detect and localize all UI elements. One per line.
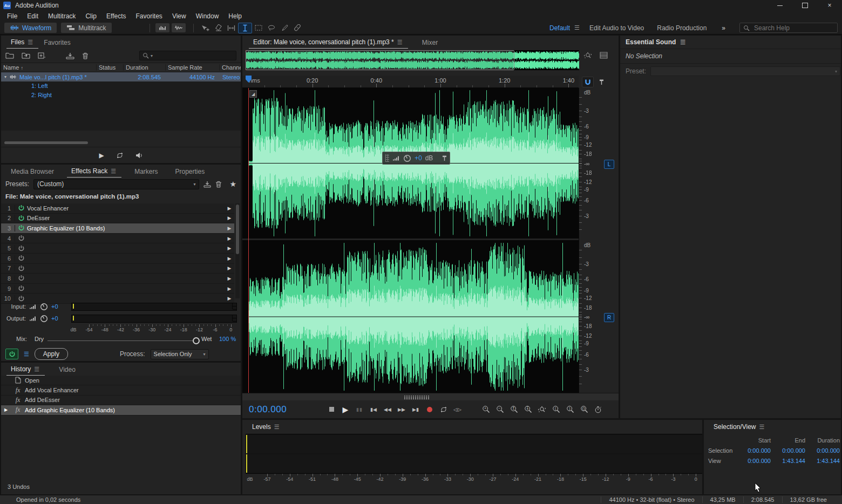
- slot-arrow-icon[interactable]: ▶: [225, 276, 234, 281]
- zoom-out-horizontal-button[interactable]: ↧: [521, 404, 535, 415]
- multitrack-mode-button[interactable]: Multitrack: [61, 23, 111, 33]
- preview-loop-button[interactable]: [116, 152, 124, 159]
- ibeam-tool-button[interactable]: [238, 23, 252, 33]
- essential-sound-preset-dropdown[interactable]: ▾: [650, 66, 840, 76]
- output-gain-knob[interactable]: [40, 315, 48, 323]
- menu-window[interactable]: Window: [191, 11, 224, 22]
- preset-dropdown[interactable]: (Custom) ▾: [33, 179, 199, 189]
- slot-power-icon[interactable]: [15, 215, 27, 222]
- open-file-icon[interactable]: [5, 52, 14, 59]
- editor-resize-bar[interactable]: [242, 393, 619, 401]
- slot-arrow-icon[interactable]: ▶: [225, 215, 234, 221]
- slot-power-icon[interactable]: [15, 224, 27, 231]
- slip-tool-button[interactable]: [212, 23, 225, 33]
- slot-arrow-icon[interactable]: ▶: [225, 286, 234, 291]
- levels-panel-menu-icon[interactable]: ☰: [274, 424, 281, 430]
- column-header-status[interactable]: Status: [96, 64, 123, 71]
- menu-favorites[interactable]: Favorites: [131, 11, 167, 22]
- playhead-handle[interactable]: [246, 76, 252, 83]
- slot-arrow-icon[interactable]: ▶: [225, 226, 234, 231]
- tab-effects-rack[interactable]: Effects Rack☰: [67, 167, 121, 178]
- effect-slot-9[interactable]: 9▶: [1, 284, 234, 294]
- preview-play-button[interactable]: ▶: [99, 152, 104, 159]
- zoom-in-horizontal-button[interactable]: ↥: [507, 404, 521, 415]
- mix-slider-handle[interactable]: [193, 337, 200, 344]
- history-item[interactable]: fxAdd Vocal Enhancer: [1, 385, 241, 395]
- menu-edit[interactable]: Edit: [22, 11, 43, 22]
- rack-route-icon[interactable]: ☰: [24, 351, 29, 357]
- hud-gain-value[interactable]: +0: [415, 154, 422, 162]
- skip-selection-button[interactable]: ◁▷: [451, 404, 465, 415]
- workspace-item[interactable]: Edit Audio to Video: [583, 24, 650, 32]
- pause-button[interactable]: ▮▮: [352, 404, 366, 415]
- effect-slot-5[interactable]: 5▶: [1, 243, 234, 254]
- maximize-button[interactable]: [792, 0, 817, 11]
- effect-slot-3[interactable]: 3Graphic Equalizer (10 Bands)▶: [1, 223, 234, 234]
- snap-toggle-button[interactable]: [582, 77, 594, 87]
- tab-markers[interactable]: Markers: [130, 168, 162, 178]
- import-file-icon[interactable]: [22, 52, 30, 59]
- minimize-button[interactable]: [768, 0, 792, 11]
- tab-video[interactable]: Video: [55, 366, 79, 376]
- record-button[interactable]: [423, 404, 437, 415]
- mix-wet-value[interactable]: 100 %: [219, 336, 236, 342]
- zoom-navigator[interactable]: [246, 50, 579, 70]
- effect-slot-4[interactable]: 4▶: [1, 234, 234, 244]
- menu-multitrack[interactable]: Multitrack: [43, 11, 80, 22]
- effect-slot-2[interactable]: 2DeEsser▶: [1, 214, 234, 224]
- effect-slot-8[interactable]: 8▶: [1, 274, 234, 284]
- waveform-display-button[interactable]: [172, 23, 186, 32]
- delete-preset-icon[interactable]: [215, 181, 222, 188]
- workspace-item[interactable]: Radio Production: [650, 24, 713, 32]
- insert-into-multitrack-icon[interactable]: [66, 52, 74, 59]
- effect-slot-6[interactable]: 6▶: [1, 254, 234, 264]
- fast-forward-button[interactable]: ▶▶: [395, 404, 409, 415]
- tab-favorites[interactable]: Favorites: [39, 39, 74, 49]
- transport-time-display[interactable]: 0:00.000: [242, 404, 324, 415]
- grip-handle[interactable]: [404, 396, 429, 399]
- rack-scrollbar[interactable]: [235, 203, 240, 298]
- lasso-tool-button[interactable]: [265, 23, 278, 33]
- gain-hud[interactable]: +0 dB: [382, 152, 450, 165]
- tab-media-browser[interactable]: Media Browser: [6, 168, 58, 178]
- rack-panel-menu-icon[interactable]: ☰: [111, 168, 117, 174]
- channel-divider[interactable]: [242, 239, 579, 240]
- slot-arrow-icon[interactable]: ▶: [225, 246, 234, 251]
- menu-help[interactable]: Help: [223, 11, 247, 22]
- rack-power-toggle[interactable]: [5, 349, 18, 359]
- zoom-to-selection-button[interactable]: (): [577, 404, 591, 415]
- help-search-box[interactable]: [739, 23, 838, 33]
- playback-timer-button[interactable]: [591, 404, 605, 415]
- essential-sound-menu-icon[interactable]: ☰: [680, 39, 687, 45]
- zoom-to-in-point-button[interactable]: (: [549, 404, 563, 415]
- slot-arrow-icon[interactable]: ▶: [225, 265, 234, 271]
- display-menu-icon[interactable]: [600, 52, 608, 59]
- tab-history[interactable]: History ☰: [6, 365, 45, 376]
- history-item[interactable]: fxAdd DeEsser: [1, 396, 241, 405]
- waveform-display[interactable]: ◢ +0 dB: [242, 88, 579, 393]
- effect-slot-7[interactable]: 7▶: [1, 264, 234, 274]
- channel-badge-l[interactable]: L: [604, 160, 614, 169]
- selection-view-menu-icon[interactable]: ☰: [759, 424, 766, 430]
- marker-pin-icon[interactable]: [599, 79, 604, 85]
- timeline-ruler[interactable]: hms 0:200:401:001:201:40: [242, 76, 579, 88]
- zoom-to-out-point-button[interactable]: ): [563, 404, 577, 415]
- effect-slot-1[interactable]: 1Vocal Enhancer▶: [1, 203, 234, 214]
- menu-view[interactable]: View: [167, 11, 191, 22]
- column-header-channels[interactable]: Channels: [219, 64, 241, 71]
- zoom-reset-button[interactable]: [535, 404, 549, 415]
- files-horizontal-scrollbar[interactable]: [4, 141, 166, 145]
- files-column-header[interactable]: Name ↑StatusDurationSample RateChannelsB…: [1, 63, 241, 72]
- files-search-box[interactable]: ▾: [139, 51, 236, 60]
- input-gain-knob[interactable]: [40, 303, 48, 311]
- new-file-icon[interactable]: [38, 52, 45, 59]
- file-row[interactable]: ▾Male vo...l pitch (1).mp3 *2:08.5454410…: [1, 72, 241, 81]
- zoom-reset-icon[interactable]: [583, 52, 592, 59]
- slot-effect-name[interactable]: DeEsser: [27, 215, 225, 221]
- waveform-mode-button[interactable]: Waveform: [4, 23, 57, 33]
- slot-arrow-icon[interactable]: ▶: [225, 256, 234, 261]
- stop-button[interactable]: [324, 404, 338, 415]
- spectral-display-button[interactable]: [155, 23, 169, 32]
- column-header-sample-rate[interactable]: Sample Rate: [165, 64, 219, 71]
- menu-file[interactable]: File: [2, 11, 22, 22]
